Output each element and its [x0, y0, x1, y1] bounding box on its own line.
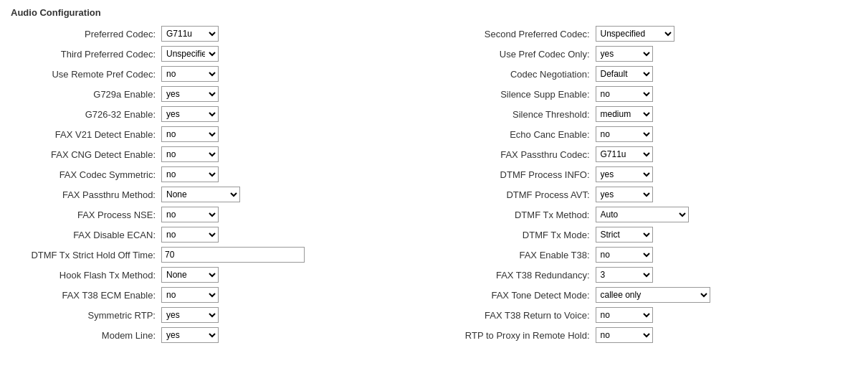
config-select-5[interactable]: noyes	[596, 126, 653, 142]
config-control: noyes	[161, 287, 424, 303]
config-row: FAX CNG Detect Enable:noyes	[11, 144, 424, 164]
config-select-10[interactable]: StrictNormal	[596, 227, 653, 243]
config-label: FAX T38 ECM Enable:	[11, 290, 161, 301]
config-label: Codec Negotiation:	[445, 69, 596, 80]
config-select-15[interactable]: noyes	[596, 327, 653, 343]
config-control: noyes	[161, 126, 424, 142]
config-control: noyes	[161, 207, 424, 222]
config-select-12[interactable]: 012345	[596, 267, 653, 283]
config-label: RTP to Proxy in Remote Hold:	[445, 330, 596, 341]
config-control: noyes	[596, 247, 858, 263]
config-label: Use Pref Codec Only:	[445, 49, 596, 60]
config-label: FAX CNG Detect Enable:	[11, 149, 161, 160]
config-label: DTMF Tx Method:	[445, 210, 596, 220]
config-label: Hook Flash Tx Method:	[11, 270, 161, 281]
config-control: AutoAVTINFOInBandAuto	[596, 207, 858, 222]
config-select-2[interactable]: DefaultList OrderRemote	[596, 66, 653, 82]
config-control: 012345	[596, 267, 858, 283]
config-select-8[interactable]: yesno	[596, 187, 653, 202]
config-select-9[interactable]: noyes	[161, 207, 219, 222]
config-row: Codec Negotiation:DefaultList OrderRemot…	[445, 64, 858, 84]
config-row: FAX Passthru Codec:G711uG711a	[445, 144, 858, 164]
config-label: FAX Tone Detect Mode:	[445, 290, 596, 301]
config-select-4[interactable]: mediumlowhigh	[596, 106, 653, 122]
config-row: Third Preferred Codec:UnspecifiedG711uG7…	[11, 44, 424, 64]
config-label: G729a Enable:	[11, 89, 161, 100]
config-control	[161, 247, 424, 263]
config-label: Third Preferred Codec:	[11, 49, 161, 60]
config-row: Use Remote Pref Codec:noyes	[11, 64, 424, 84]
config-row: FAX Disable ECAN:noyes	[11, 225, 424, 245]
config-select-4[interactable]: yesno	[161, 106, 219, 122]
config-row: Echo Canc Enable:noyes	[445, 124, 858, 144]
config-select-2[interactable]: noyes	[161, 66, 219, 82]
config-select-9[interactable]: AutoAVTINFOInBandAuto	[596, 207, 689, 222]
config-control: UnspecifiedG711uG711aG729G726-32	[161, 46, 424, 62]
config-label: FAX T38 Return to Voice:	[445, 310, 596, 321]
config-label: Silence Supp Enable:	[445, 89, 596, 100]
config-control: noyes	[161, 146, 424, 162]
config-label: FAX Passthru Method:	[11, 189, 161, 200]
config-label: FAX Disable ECAN:	[11, 230, 161, 240]
config-row: FAX V21 Detect Enable:noyes	[11, 124, 424, 144]
config-row: FAX T38 Redundancy:012345	[445, 265, 858, 285]
config-input-11[interactable]	[161, 247, 305, 263]
config-control: noyes	[161, 166, 424, 182]
config-row: FAX Codec Symmetric:noyes	[11, 164, 424, 184]
config-select-10[interactable]: noyes	[161, 227, 219, 243]
config-select-7[interactable]: yesno	[596, 166, 653, 182]
config-control: yesno	[161, 307, 424, 323]
config-control: noyes	[596, 327, 858, 343]
config-select-13[interactable]: noyes	[161, 287, 219, 303]
config-select-5[interactable]: noyes	[161, 126, 219, 142]
config-label: DTMF Tx Mode:	[445, 230, 596, 240]
config-label: FAX Codec Symmetric:	[11, 169, 161, 180]
config-control: G711uG711a	[596, 146, 858, 162]
config-row: DTMF Tx Mode:StrictNormal	[445, 225, 858, 245]
config-label: Silence Threshold:	[445, 109, 596, 120]
config-label: G726-32 Enable:	[11, 109, 161, 120]
config-select-12[interactable]: NoneAVTINFO	[161, 267, 219, 283]
config-select-0[interactable]: G711uG711aG729G726-32Unspecified	[161, 26, 219, 42]
config-row: Silence Supp Enable:noyes	[445, 84, 858, 104]
config-row: FAX Tone Detect Mode:callee onlycaller o…	[445, 285, 858, 305]
config-select-13[interactable]: callee onlycaller onlybothnone	[596, 287, 710, 303]
config-select-15[interactable]: yesno	[161, 327, 219, 343]
config-row: FAX T38 ECM Enable:noyes	[11, 285, 424, 305]
config-select-6[interactable]: G711uG711a	[596, 146, 653, 162]
right-column: Second Preferred Codec:UnspecifiedG711uG…	[445, 24, 858, 345]
config-select-7[interactable]: noyes	[161, 166, 219, 182]
config-label: Modem Line:	[11, 330, 161, 341]
config-select-1[interactable]: yesno	[596, 46, 653, 62]
config-control: noyes	[161, 227, 424, 243]
config-row: Symmetric RTP:yesno	[11, 305, 424, 325]
config-select-14[interactable]: yesno	[161, 307, 219, 323]
config-row: Preferred Codec:G711uG711aG729G726-32Uns…	[11, 24, 424, 44]
config-grid: Preferred Codec:G711uG711aG729G726-32Uns…	[11, 24, 857, 345]
config-label: FAX V21 Detect Enable:	[11, 129, 161, 140]
config-control: yesno	[596, 187, 858, 202]
config-select-6[interactable]: noyes	[161, 146, 219, 162]
config-select-0[interactable]: UnspecifiedG711uG711aG729G726-32	[596, 26, 674, 42]
config-row: G726-32 Enable:yesno	[11, 104, 424, 124]
config-select-11[interactable]: noyes	[596, 247, 653, 263]
config-row: DTMF Process AVT:yesno	[445, 184, 858, 204]
config-control: mediumlowhigh	[596, 106, 858, 122]
config-row: DTMF Tx Method:AutoAVTINFOInBandAuto	[445, 204, 858, 225]
config-control: noyes	[596, 86, 858, 102]
config-control: yesno	[161, 327, 424, 343]
config-select-8[interactable]: NoneReINVITENSE	[161, 187, 240, 202]
config-control: UnspecifiedG711uG711aG729G726-32	[596, 26, 858, 42]
config-control: yesno	[161, 106, 424, 122]
config-row: G729a Enable:yesno	[11, 84, 424, 104]
config-select-14[interactable]: noyes	[596, 307, 653, 323]
config-row: Second Preferred Codec:UnspecifiedG711uG…	[445, 24, 858, 44]
config-select-1[interactable]: UnspecifiedG711uG711aG729G726-32	[161, 46, 219, 62]
config-control: yesno	[596, 46, 858, 62]
config-label: DTMF Process INFO:	[445, 169, 596, 180]
config-control: StrictNormal	[596, 227, 858, 243]
config-label: Symmetric RTP:	[11, 310, 161, 321]
config-select-3[interactable]: noyes	[596, 86, 653, 102]
config-row: DTMF Process INFO:yesno	[445, 164, 858, 184]
config-select-3[interactable]: yesno	[161, 86, 219, 102]
